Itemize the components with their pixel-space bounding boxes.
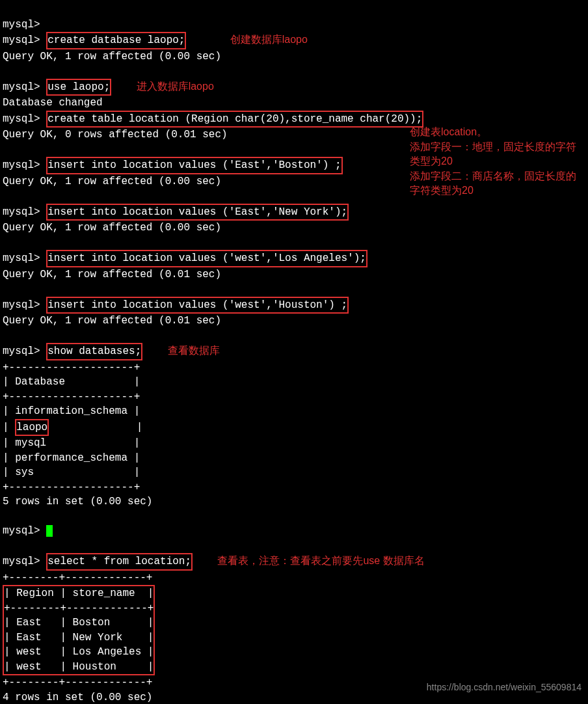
prompt: mysql> bbox=[3, 556, 40, 567]
db-row-post: | bbox=[49, 422, 142, 433]
cmd-select: select * from location; bbox=[46, 553, 193, 571]
cmd-insert-4: insert into location values ('west','Hou… bbox=[46, 297, 349, 314]
db-header: | Database | bbox=[3, 376, 140, 388]
tbl-border: +--------+-------------+ bbox=[3, 677, 152, 688]
cmd-insert-2: insert into location values ('East','New… bbox=[46, 204, 349, 221]
result-line: Query OK, 1 row affected (0.01 sec) bbox=[3, 315, 221, 327]
tbl-row: | East | New York | bbox=[4, 632, 154, 643]
annotation-use-db: 进入数据库laopo bbox=[137, 81, 214, 92]
result-line: Database changed bbox=[3, 97, 103, 109]
tbl-row: | west | Houston | bbox=[4, 661, 154, 673]
db-row: | sys | bbox=[3, 467, 140, 478]
prompt: mysql> bbox=[3, 81, 40, 93]
prompt: mysql> bbox=[3, 19, 40, 31]
cursor-icon bbox=[46, 525, 53, 537]
result-line: Query OK, 1 row affected (0.00 sec) bbox=[3, 222, 221, 234]
prompt: mysql> bbox=[3, 345, 40, 357]
prompt: mysql> bbox=[3, 206, 40, 218]
annotation-create-db: 创建数据库laopo bbox=[230, 34, 308, 45]
prompt: mysql> bbox=[3, 113, 40, 125]
result-line: Query OK, 1 row affected (0.00 sec) bbox=[3, 176, 221, 187]
result-line: Query OK, 0 rows affected (0.01 sec) bbox=[3, 129, 228, 141]
db-row: | information_schema | bbox=[3, 405, 140, 417]
prompt: mysql> bbox=[3, 34, 40, 46]
prompt: mysql> bbox=[3, 159, 40, 171]
watermark: https://blog.csdn.net/weixin_55609814 bbox=[427, 680, 581, 695]
db-row: | performance_schema | bbox=[3, 452, 140, 464]
db-result: 5 rows in set (0.00 sec) bbox=[3, 496, 152, 508]
tbl-body: | Region | store_name | +--------+------… bbox=[3, 585, 155, 675]
prompt: mysql> bbox=[3, 299, 40, 311]
tbl-border: +--------+-------------+ bbox=[3, 572, 152, 584]
db-border: +--------------------+ bbox=[3, 362, 140, 373]
tbl-header: | Region | store_name | bbox=[4, 588, 154, 599]
cmd-insert-3: insert into location values ('west','Los… bbox=[46, 250, 368, 267]
tbl-border: +--------+-------------+ bbox=[4, 602, 154, 614]
db-border: +--------------------+ bbox=[3, 481, 140, 493]
tbl-row: | west | Los Angeles | bbox=[4, 646, 154, 658]
terminal-output: mysql> mysql> create database laopo; 创建数… bbox=[0, 0, 588, 704]
result-line: Query OK, 1 row affected (0.00 sec) bbox=[3, 51, 221, 62]
db-row-laopo: laopo bbox=[15, 419, 49, 437]
annotation-show-db: 查看数据库 bbox=[168, 345, 220, 356]
cmd-use-database: use laopo; bbox=[46, 79, 111, 96]
annotation-create-table-1: 创建表location。 bbox=[410, 125, 579, 140]
result-line: Query OK, 1 row affected (0.01 sec) bbox=[3, 269, 221, 280]
tbl-row: | East | Boston | bbox=[4, 617, 154, 629]
tbl-result: 4 rows in set (0.00 sec) bbox=[3, 692, 152, 703]
db-row-pre: | bbox=[3, 422, 15, 433]
annotation-create-table-3: 添加字段二：商店名称，固定长度的字符类型为20 bbox=[410, 169, 579, 198]
annotation-create-table-block: 创建表location。 添加字段一：地理，固定长度的字符类型为20 添加字段二… bbox=[410, 125, 579, 198]
prompt: mysql> bbox=[3, 252, 40, 264]
annotation-create-table-2: 添加字段一：地理，固定长度的字符类型为20 bbox=[410, 140, 579, 169]
db-row: | mysql | bbox=[3, 437, 140, 449]
db-border: +--------------------+ bbox=[3, 391, 140, 403]
cmd-create-table: create table location (Region char(20),s… bbox=[46, 111, 423, 128]
annotation-select: 查看表，注意：查看表之前要先use 数据库名 bbox=[217, 555, 424, 566]
cmd-show-databases: show databases; bbox=[46, 343, 142, 360]
prompt: mysql> bbox=[3, 525, 40, 537]
cmd-create-database: create database laopo; bbox=[46, 32, 186, 49]
cmd-insert-1: insert into location values ('East','Bos… bbox=[46, 157, 342, 174]
